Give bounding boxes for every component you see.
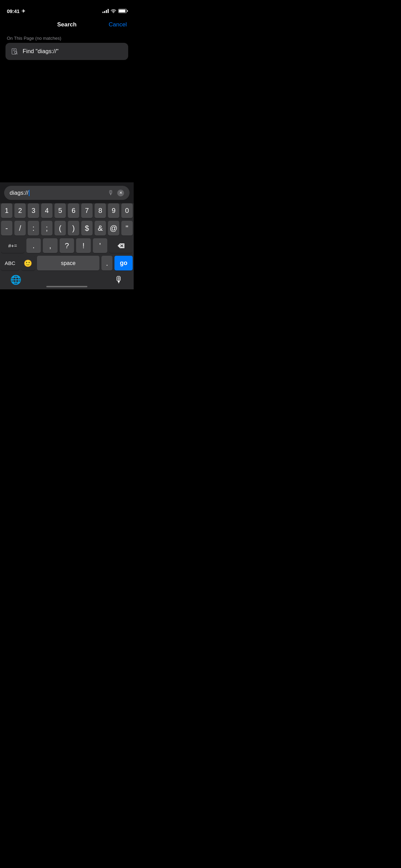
status-indicators [102, 9, 127, 13]
key-at[interactable]: @ [108, 221, 119, 236]
key-6[interactable]: 6 [68, 203, 79, 218]
search-field-text: diags:// [10, 190, 29, 196]
key-0[interactable]: 0 [121, 203, 133, 218]
key-2[interactable]: 2 [14, 203, 26, 218]
location-icon: ✈ [22, 9, 25, 14]
search-field[interactable]: diags:// 🎙 ✕ [4, 186, 130, 200]
key-hashtag-plus[interactable]: #+= [1, 238, 24, 253]
key-ampersand[interactable]: & [95, 221, 106, 236]
find-text: Find "diags://" [23, 48, 59, 55]
key-comma[interactable]: , [43, 238, 57, 253]
page-title: Search [57, 21, 77, 28]
find-on-page-icon [11, 48, 19, 55]
key-emoji[interactable]: 🙂 [21, 256, 35, 270]
on-this-page-label: On This Page (no matches) [0, 33, 134, 43]
keyboard: 1 2 3 4 5 6 7 8 9 0 - / : ; ( ) $ & @ " … [0, 203, 134, 272]
home-indicator [46, 286, 87, 287]
microphone-bottom-icon[interactable]: 🎙 [114, 275, 123, 285]
key-dollar[interactable]: $ [81, 221, 93, 236]
status-bar: 09:41 ✈ [0, 0, 134, 17]
key-period[interactable]: . [26, 238, 41, 253]
key-colon[interactable]: : [28, 221, 39, 236]
status-time-area: 09:41 ✈ [7, 8, 25, 14]
key-dash[interactable]: - [1, 221, 12, 236]
globe-icon[interactable]: 🌐 [10, 275, 21, 285]
key-closeparen[interactable]: ) [68, 221, 79, 236]
clear-button[interactable]: ✕ [117, 190, 124, 196]
key-period-bottom[interactable]: . [101, 256, 112, 270]
key-exclamation[interactable]: ! [76, 238, 90, 253]
key-abc[interactable]: ABC [1, 256, 19, 270]
key-1[interactable]: 1 [1, 203, 12, 218]
find-on-page-row[interactable]: Find "diags://" [5, 43, 128, 60]
wifi-icon [111, 9, 116, 13]
svg-line-3 [17, 53, 18, 55]
key-9[interactable]: 9 [108, 203, 119, 218]
key-8[interactable]: 8 [95, 203, 106, 218]
battery-icon [118, 9, 127, 13]
key-go[interactable]: go [114, 256, 133, 270]
key-semicolon[interactable]: ; [41, 221, 52, 236]
key-4[interactable]: 4 [41, 203, 52, 218]
key-7[interactable]: 7 [81, 203, 93, 218]
signal-strength-icon [102, 9, 109, 13]
key-5[interactable]: 5 [54, 203, 66, 218]
delete-key[interactable] [109, 238, 133, 253]
svg-point-0 [113, 12, 114, 13]
search-header: Search Cancel [0, 17, 134, 33]
search-input-bar: diags:// 🎙 ✕ [0, 182, 134, 203]
keyboard-numbers-row: 1 2 3 4 5 6 7 8 9 0 [1, 203, 133, 218]
keyboard-area: diags:// 🎙 ✕ 1 2 3 4 5 6 7 8 9 0 - / : [0, 182, 134, 289]
key-openparen[interactable]: ( [54, 221, 66, 236]
keyboard-symbols-row: - / : ; ( ) $ & @ " [1, 221, 133, 236]
key-question[interactable]: ? [60, 238, 74, 253]
cancel-button[interactable]: Cancel [109, 21, 127, 28]
keyboard-bottom-row: ABC 🙂 space . go [1, 256, 133, 270]
key-quote[interactable]: " [121, 221, 133, 236]
key-space[interactable]: space [37, 256, 99, 270]
keyboard-third-row: #+= . , ? ! ' [1, 238, 133, 253]
key-slash[interactable]: / [14, 221, 26, 236]
microphone-icon[interactable]: 🎙 [108, 189, 114, 196]
time-display: 09:41 [7, 8, 20, 14]
search-input-icons: 🎙 ✕ [108, 189, 124, 196]
key-3[interactable]: 3 [28, 203, 39, 218]
key-apostrophe[interactable]: ' [93, 238, 107, 253]
